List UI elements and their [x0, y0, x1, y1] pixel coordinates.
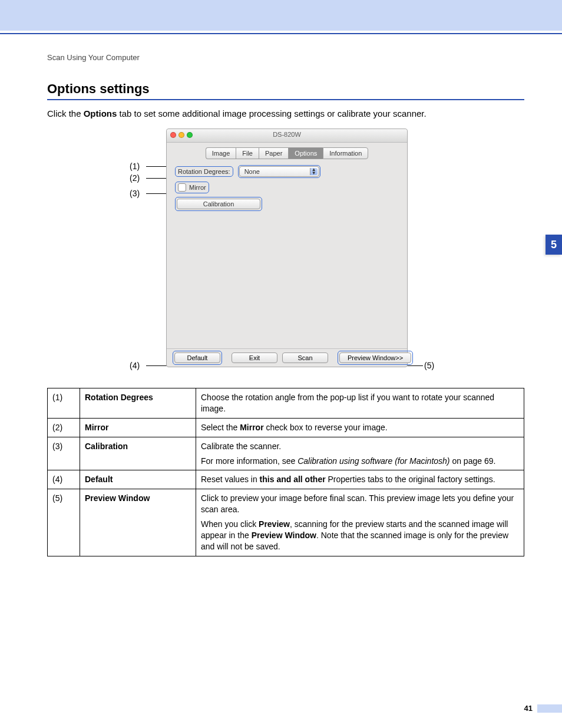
titlebar: DS-820W [167, 129, 407, 143]
window-title: DS-820W [167, 131, 407, 138]
rotation-value: None [244, 168, 260, 175]
mirror-row: Mirror [175, 182, 209, 193]
row3-desc: Calibrate the scanner. For more informat… [196, 437, 524, 470]
chevron-updown-icon: ▲▼ [312, 168, 316, 175]
section-title: Options settings [47, 81, 150, 97]
tab-information[interactable]: Information [323, 147, 368, 159]
rotation-label: Rotation Degrees: [178, 168, 230, 175]
exit-button[interactable]: Exit [232, 353, 277, 363]
row4-key: Default [80, 470, 196, 489]
calibration-button[interactable]: Calibration [177, 199, 260, 209]
description-table: (1) Rotation Degrees Choose the rotation… [47, 388, 524, 556]
table-row: (1) Rotation Degrees Choose the rotation… [48, 388, 524, 419]
tab-bar: Image File Paper Options Information [167, 147, 407, 159]
tab-options[interactable]: Options [288, 147, 323, 159]
annotation-3: (3) [130, 189, 140, 198]
annotation-5: (5) [424, 361, 434, 370]
default-button[interactable]: Default [174, 353, 220, 363]
default-callout: Default [173, 351, 222, 365]
row1-desc: Choose the rotation angle from the pop-u… [196, 388, 524, 419]
calibration-callout: Calibration [175, 197, 262, 211]
mirror-checkbox[interactable] [178, 183, 186, 192]
scan-button[interactable]: Scan [282, 353, 328, 363]
row2-desc: Select the Mirror check box to reverse y… [196, 418, 524, 437]
annotation-1: (1) [130, 162, 140, 171]
row1-num: (1) [48, 388, 80, 419]
row4-desc: Reset values in this and all other Prope… [196, 470, 524, 489]
tab-file[interactable]: File [236, 147, 259, 159]
row5-key: Preview Window [80, 489, 196, 556]
table-row: (5) Preview Window Click to preview your… [48, 489, 524, 556]
figure: (1) (2) (3) (4) (5) DS-820W Image File P… [130, 129, 448, 382]
row3-key: Calibration [80, 437, 196, 470]
table-row: (2) Mirror Select the Mirror check box t… [48, 418, 524, 437]
table-row: (4) Default Reset values in this and all… [48, 470, 524, 489]
row2-key: Mirror [80, 418, 196, 437]
row5-desc: Click to preview your image before final… [196, 489, 524, 556]
rotation-row: Rotation Degrees: [175, 166, 233, 177]
mirror-label: Mirror [189, 184, 206, 191]
tab-image[interactable]: Image [206, 147, 236, 159]
row4-num: (4) [48, 470, 80, 489]
rotation-popup[interactable]: None ▲▼ [239, 166, 319, 177]
row2-num: (2) [48, 418, 80, 437]
annotation-4: (4) [130, 361, 140, 370]
table-row: (3) Calibration Calibrate the scanner. F… [48, 437, 524, 470]
row3-num: (3) [48, 437, 80, 470]
title-underline [47, 99, 524, 100]
row5-num: (5) [48, 489, 80, 556]
intro-text: Click the Options tab to set some additi… [47, 108, 524, 118]
tab-paper[interactable]: Paper [259, 147, 288, 159]
annotation-2: (2) [130, 173, 140, 183]
row1-key: Rotation Degrees [80, 388, 196, 419]
breadcrumb: Scan Using Your Computer [47, 53, 140, 62]
page-number: 41 [524, 704, 533, 713]
preview-window-button[interactable]: Preview Window>> [339, 353, 411, 363]
bottom-bar: Default Exit Scan Preview Window>> [167, 348, 407, 367]
chapter-tab: 5 [546, 235, 562, 255]
preview-callout: Preview Window>> [338, 351, 413, 365]
page-bar [537, 704, 562, 713]
app-window: DS-820W Image File Paper Options Informa… [166, 129, 408, 367]
rotation-popup-callout: None ▲▼ [238, 165, 320, 178]
